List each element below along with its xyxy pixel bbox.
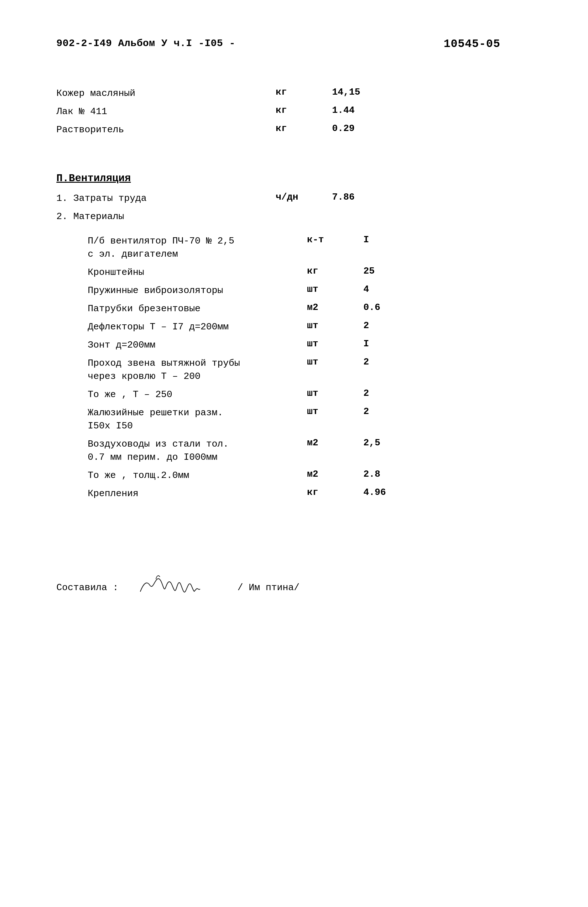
table-row: Растворитель кг 0.29 xyxy=(56,123,532,136)
item-value: 0.6 xyxy=(363,302,380,313)
table-row: То же , Т – 250 шт 2 xyxy=(88,388,532,401)
item-value: 2 xyxy=(363,388,369,399)
item-name: Дефлекторы Т – I7 д=200мм xyxy=(88,320,307,333)
ventilation-header: П.Вентиляция xyxy=(56,173,532,184)
item-value: 2,5 xyxy=(363,437,380,448)
item-name: Растворитель xyxy=(56,123,276,136)
table-row: То же , толщ.2.0мм м2 2.8 xyxy=(88,469,532,482)
item-name: Жалюзийные решетки разм.I50х I50 xyxy=(88,406,307,433)
item-unit: шт xyxy=(307,357,363,367)
item-unit: кг xyxy=(307,266,363,276)
item-value: 25 xyxy=(363,266,375,276)
table-row: Проход звена вытяжной трубычерез кровлю … xyxy=(88,357,532,383)
item-unit: м2 xyxy=(307,469,363,479)
item-value: 4.96 xyxy=(363,487,386,498)
item-name: Патрубки брезентовые xyxy=(88,302,307,315)
item-value: 2 xyxy=(363,406,369,417)
item-name: Зонт д=200мм xyxy=(88,338,307,352)
item-value: I xyxy=(363,338,369,349)
item-unit: шт xyxy=(307,320,363,331)
table-row: Крепления кг 4.96 xyxy=(88,487,532,500)
labor-label: 1. Затраты труда xyxy=(56,192,276,205)
item-value: 14,15 xyxy=(332,87,360,98)
item-value: I xyxy=(363,234,369,245)
table-row: Кронштейны кг 25 xyxy=(88,266,532,279)
item-value: 2 xyxy=(363,357,369,367)
item-unit: шт xyxy=(307,406,363,417)
table-row: Пружинные виброизоляторы шт 4 xyxy=(88,284,532,297)
item-unit: шт xyxy=(307,388,363,399)
item-unit: м2 xyxy=(307,302,363,313)
doc-id: 10545-05 xyxy=(444,38,500,50)
table-row: Лак № 411 кг 1.44 xyxy=(56,105,532,118)
table-row: П/б вентилятор ПЧ-70 № 2,5с эл. двигател… xyxy=(88,234,532,261)
item-name: Воздуховоды из стали тол.0.7 мм перим. д… xyxy=(88,437,307,464)
table-row: Дефлекторы Т – I7 д=200мм шт 2 xyxy=(88,320,532,333)
item-value: 1.44 xyxy=(332,105,355,115)
item-unit: м2 xyxy=(307,437,363,448)
item-unit: кг xyxy=(276,105,332,115)
top-items-section: Кожер масляный кг 14,15 Лак № 411 кг 1.4… xyxy=(56,87,532,136)
item-unit: к-т xyxy=(307,234,363,245)
materials-header-row: 2. Материалы xyxy=(56,210,532,223)
item-value: 0.29 xyxy=(332,123,355,134)
signature-name: / Им птина/ xyxy=(238,582,299,593)
labor-row: 1. Затраты труда ч/дн 7.86 xyxy=(56,192,532,205)
item-value: 2.8 xyxy=(363,469,380,479)
table-row: Жалюзийные решетки разм.I50х I50 шт 2 xyxy=(88,406,532,433)
item-name: Пружинные виброизоляторы xyxy=(88,284,307,297)
page: 10545-05 902-2-I49 Альбом У ч.I -I05 - К… xyxy=(0,0,588,907)
table-row: Патрубки брезентовые м2 0.6 xyxy=(88,302,532,315)
item-name: Кронштейны xyxy=(88,266,307,279)
item-unit: кг xyxy=(307,487,363,498)
table-row: Зонт д=200мм шт I xyxy=(88,338,532,352)
item-name: Крепления xyxy=(88,487,307,500)
item-name: Проход звена вытяжной трубычерез кровлю … xyxy=(88,357,307,383)
item-value: 2 xyxy=(363,320,369,331)
item-unit: кг xyxy=(276,87,332,98)
item-unit: шт xyxy=(307,338,363,349)
signature-svg xyxy=(137,574,206,599)
materials-list: П/б вентилятор ПЧ-70 № 2,5с эл. двигател… xyxy=(88,234,532,500)
footer: Составила : / Им птина/ xyxy=(56,574,532,601)
item-name: П/б вентилятор ПЧ-70 № 2,5с эл. двигател… xyxy=(88,234,307,261)
ventilation-section: П.Вентиляция 1. Затраты труда ч/дн 7.86 … xyxy=(56,173,532,500)
item-name: Лак № 411 xyxy=(56,105,276,118)
main-content: Кожер масляный кг 14,15 Лак № 411 кг 1.4… xyxy=(56,74,532,601)
item-unit: шт xyxy=(307,284,363,295)
materials-label: 2. Материалы xyxy=(56,210,276,223)
labor-unit: ч/дн xyxy=(276,192,332,202)
table-row: Воздуховоды из стали тол.0.7 мм перим. д… xyxy=(88,437,532,464)
item-name: Кожер масляный xyxy=(56,87,276,100)
item-unit: кг xyxy=(276,123,332,134)
item-name: То же , толщ.2.0мм xyxy=(88,469,307,482)
item-name: То же , Т – 250 xyxy=(88,388,307,401)
signature xyxy=(137,574,206,601)
table-row: Кожер масляный кг 14,15 xyxy=(56,87,532,100)
signature-label: Составила : xyxy=(56,582,118,593)
labor-value: 7.86 xyxy=(332,192,355,202)
item-value: 4 xyxy=(363,284,369,295)
